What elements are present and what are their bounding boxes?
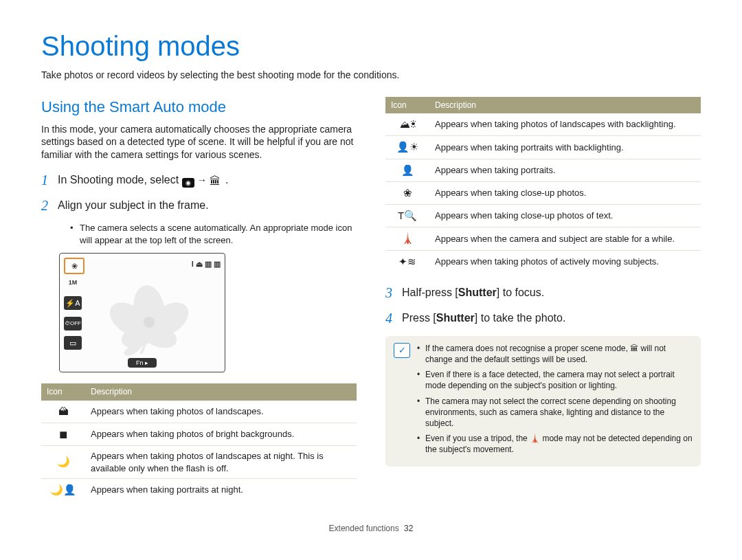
- night-portrait-icon: 🌙👤: [41, 479, 85, 502]
- table-row: T🔍 Appears when taking close-up photos o…: [385, 205, 701, 227]
- preview-timer-icon: ⏱OFF: [64, 317, 82, 331]
- row-desc: Appears when the camera and subject are …: [429, 227, 701, 250]
- preview-flower-graphic: [101, 281, 197, 357]
- table-row: ✦≋ Appears when taking photos of activel…: [385, 250, 701, 273]
- th-desc: Description: [85, 383, 357, 400]
- portrait-icon: 👤: [385, 159, 429, 181]
- note-item: Even if you use a tripod, the 🗼 mode may…: [418, 433, 693, 455]
- table-row: ❀ Appears when taking close-up photos.: [385, 181, 701, 204]
- table-row: 👤☀ Appears when taking portraits with ba…: [385, 136, 701, 159]
- note-list: If the camera does not recognise a prope…: [418, 343, 693, 460]
- section-title: Using the Smart Auto mode: [41, 97, 357, 117]
- row-desc: Appears when taking photos of actively m…: [429, 250, 701, 273]
- th-icon: Icon: [41, 383, 85, 400]
- preview-iso-icon: 1M: [64, 276, 82, 289]
- preview-fn-button: Fn ▸: [128, 358, 157, 368]
- page-subtitle: Take photos or record videos by selectin…: [41, 69, 701, 82]
- note-item: The camera may not select the correct sc…: [418, 396, 693, 429]
- intro-text: In this mode, your camera automatically …: [41, 123, 357, 162]
- table-row: 🌙👤 Appears when taking portraits at nigh…: [41, 479, 357, 502]
- step-text: In Shooting mode, select → 🏛 .: [58, 171, 228, 188]
- camera-preview: ❀ 1M ⚡A ⏱OFF ▭ I ⏏ ▥ ▥ Fn ▸: [59, 253, 225, 372]
- th-desc: Description: [429, 97, 701, 113]
- step-3: 3 Half-press [Shutter] to focus.: [385, 284, 701, 302]
- preview-flash-icon: ⚡A: [64, 296, 82, 310]
- step-number: 2: [41, 197, 58, 215]
- arrow-icon: →: [197, 175, 207, 186]
- row-desc: Appears when taking portraits with backl…: [429, 136, 701, 159]
- note-item: If the camera does not recognise a prope…: [418, 343, 693, 365]
- step-number: 1: [41, 171, 58, 190]
- page-number: 32: [404, 524, 413, 533]
- preview-single-icon: ▭: [64, 336, 82, 350]
- row-desc: Appears when taking close-up photos of t…: [429, 205, 701, 227]
- table-row: ⛰☀ Appears when taking photos of landsca…: [385, 113, 701, 136]
- row-desc: Appears when taking photos of landscapes…: [85, 446, 357, 479]
- content-columns: Using the Smart Auto mode In this mode, …: [41, 97, 701, 505]
- note-box: ✓ If the camera does not recognise a pro…: [385, 336, 701, 467]
- page-footer: Extended functions 32: [41, 523, 701, 534]
- step-2-bullet: The camera selects a scene automatically…: [73, 222, 357, 246]
- right-column: Icon Description ⛰☀ Appears when taking …: [385, 97, 701, 505]
- smart-auto-icon: 🏛: [210, 174, 222, 183]
- step-2: 2 Align your subject in the frame.: [41, 197, 357, 215]
- row-desc: Appears when taking photos of landscapes…: [85, 401, 357, 423]
- row-desc: Appears when taking photos of landscapes…: [429, 113, 701, 136]
- camera-mode-icon: [182, 178, 194, 188]
- table-row: 🌙 Appears when taking photos of landscap…: [41, 446, 357, 479]
- step-number: 3: [385, 284, 402, 302]
- preview-status-icons: I ⏏ ▥ ▥: [192, 259, 221, 269]
- footer-section: Extended functions: [329, 524, 399, 533]
- text-macro-icon: T🔍: [385, 205, 429, 227]
- left-column: Using the Smart Auto mode In this mode, …: [41, 97, 357, 505]
- table-row: 🏔 Appears when taking photos of landscap…: [41, 401, 357, 423]
- table-row: ◼ Appears when taking photos of bright b…: [41, 423, 357, 445]
- row-desc: Appears when taking close-up photos.: [429, 181, 701, 204]
- night-landscape-icon: 🌙: [41, 446, 85, 479]
- preview-macro-icon: ❀: [64, 258, 85, 274]
- svg-point-5: [144, 317, 155, 328]
- row-desc: Appears when taking portraits at night.: [85, 479, 357, 502]
- step-text: Half-press [Shutter] to focus.: [402, 284, 544, 300]
- macro-icon: ❀: [385, 181, 429, 204]
- backlight-landscape-icon: ⛰☀: [385, 113, 429, 136]
- step-text: Align your subject in the frame.: [58, 197, 209, 213]
- row-desc: Appears when taking photos of bright bac…: [85, 423, 357, 445]
- step-1: 1 In Shooting mode, select → 🏛 .: [41, 171, 357, 190]
- th-icon: Icon: [385, 97, 429, 113]
- backlight-portrait-icon: 👤☀: [385, 136, 429, 159]
- step-text: Press [Shutter] to take the photo.: [402, 309, 565, 326]
- icon-table-1: Icon Description 🏔 Appears when taking p…: [41, 383, 357, 501]
- step-4: 4 Press [Shutter] to take the photo.: [385, 309, 701, 328]
- landscape-icon: 🏔: [41, 401, 85, 423]
- step-number: 4: [385, 309, 402, 328]
- table-row: 🗼 Appears when the camera and subject ar…: [385, 227, 701, 250]
- note-item: Even if there is a face detected, the ca…: [418, 369, 693, 391]
- icon-table-2: Icon Description ⛰☀ Appears when taking …: [385, 97, 701, 273]
- row-desc: Appears when taking portraits.: [429, 159, 701, 181]
- tripod-icon: 🗼: [385, 227, 429, 250]
- action-icon: ✦≋: [385, 250, 429, 273]
- page-title: Shooting modes: [41, 27, 701, 65]
- table-row: 👤 Appears when taking portraits.: [385, 159, 701, 181]
- note-icon: ✓: [394, 343, 410, 358]
- white-bg-icon: ◼: [41, 423, 85, 445]
